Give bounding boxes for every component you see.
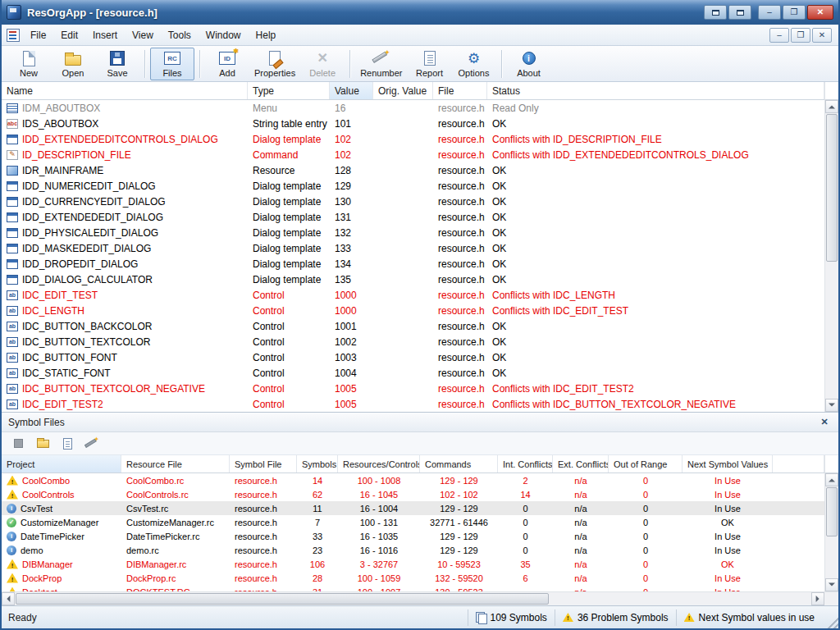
mdi-minimize-button[interactable]: –	[769, 28, 789, 43]
rc-files-icon: RC	[162, 49, 182, 67]
scroll-down-button[interactable]	[825, 578, 838, 591]
warning-icon	[7, 476, 18, 486]
new-button[interactable]: New	[7, 48, 51, 80]
symbol-row[interactable]: IDC_EDIT_TEST2Control1005resource.hConfl…	[2, 396, 824, 412]
window-pin-button[interactable]	[728, 5, 751, 20]
symbol-row[interactable]: IDS_ABOUTBOXString table entry101resourc…	[2, 116, 824, 131]
symbol-row[interactable]: IDC_BUTTON_TEXTCOLOR_NEGATIVEControl1005…	[2, 381, 824, 396]
renumber-button[interactable]: Renumber	[355, 48, 407, 80]
symbol-row[interactable]: IDC_EDIT_TESTControl1000resource.hConfli…	[2, 287, 824, 303]
project-row[interactable]: DateTimePickerDateTimePicker.rcresource.…	[2, 529, 824, 543]
column-header-file[interactable]: File	[433, 82, 487, 99]
panel-close-button[interactable]: ✕	[817, 416, 832, 429]
maximize-button[interactable]: ❐	[783, 5, 806, 20]
menu-view[interactable]: View	[125, 26, 161, 44]
symbol-files-vertical-scrollbar[interactable]	[824, 455, 838, 591]
symbol-row[interactable]: IDC_BUTTON_BACKCOLORControl1001resource.…	[2, 318, 824, 334]
column-header-symbols[interactable]: Symbols	[297, 455, 338, 472]
minimize-button[interactable]: –	[758, 5, 781, 20]
column-header-next-symbol-values[interactable]: Next Symbol Values	[682, 455, 773, 472]
symbol-row[interactable]: IDR_MAINFRAMEResource128resource.hOK	[2, 162, 824, 178]
files-button[interactable]: RC Files	[150, 48, 194, 80]
column-header-orig-value[interactable]: Orig. Value	[373, 82, 433, 99]
scroll-right-button[interactable]	[811, 592, 824, 605]
properties-button[interactable]: Properties	[249, 48, 300, 80]
close-button[interactable]: ✕	[807, 5, 833, 20]
resource-file-cell: demo.rc	[121, 546, 230, 555]
panel-open-button[interactable]	[34, 436, 51, 452]
project-row[interactable]: DockPropDockProp.rcresource.h28100 - 105…	[2, 571, 824, 585]
symbol-row[interactable]: IDD_EXTENDEDEDITCONTROLS_DIALOGDialog te…	[2, 131, 824, 147]
mdi-restore-button[interactable]: ❐	[791, 28, 810, 43]
document-icon[interactable]	[7, 29, 20, 42]
project-row[interactable]: DocktestDOCKTEST.RCresource.h31100 - 100…	[2, 585, 824, 591]
symbol-row[interactable]: IDD_CURRENCYEDIT_DIALOGDialog template13…	[2, 194, 824, 209]
add-button[interactable]: ID Add	[205, 48, 249, 80]
scroll-left-button[interactable]	[2, 592, 15, 605]
scroll-up-button[interactable]	[825, 100, 838, 113]
symbol-files-caption[interactable]: Symbol Files ✕	[2, 413, 838, 432]
scroll-thumb[interactable]	[826, 487, 838, 536]
report-button[interactable]: Report	[408, 48, 452, 80]
column-header-int-conflicts[interactable]: Int. Conflicts	[498, 455, 553, 472]
panel-tools-button[interactable]	[84, 436, 100, 452]
project-row[interactable]: CustomizeManagerCustomizeManager.rcresou…	[2, 515, 824, 529]
column-header-resource-file[interactable]: Resource File	[121, 455, 230, 472]
symbol-row[interactable]: IDM_ABOUTBOXMenu16resource.hRead Only	[2, 100, 824, 116]
column-header-ext-conflicts[interactable]: Ext. Conflicts	[553, 455, 609, 472]
column-header-type[interactable]: Type	[248, 82, 330, 99]
column-header-name[interactable]: Name	[2, 82, 248, 99]
project-row[interactable]: demodemo.rcresource.h2316 - 1016129 - 12…	[2, 543, 824, 557]
symbol-name-cell: IDD_DROPEDIT_DIALOG	[2, 258, 248, 270]
column-header-commands[interactable]: Commands	[420, 455, 498, 472]
menu-window[interactable]: Window	[199, 26, 249, 44]
symbol-value-cell: 1005	[330, 383, 373, 395]
scroll-thumb[interactable]	[16, 593, 549, 605]
menu-insert[interactable]: Insert	[85, 26, 125, 44]
scroll-thumb[interactable]	[826, 114, 838, 262]
menu-file[interactable]: File	[23, 26, 53, 44]
column-header-out-of-range[interactable]: Out of Range	[609, 455, 682, 472]
project-row[interactable]: CsvTestCsvTest.rcresource.h1116 - 100412…	[2, 501, 824, 515]
open-button[interactable]: Open	[51, 48, 95, 80]
menu-edit[interactable]: Edit	[53, 26, 85, 44]
column-header-value[interactable]: Value	[330, 82, 373, 99]
symbol-row[interactable]: IDC_LENGTHControl1000resource.hConflicts…	[2, 303, 824, 318]
project-cell: demo	[2, 546, 121, 555]
column-header-resources-controls[interactable]: Resources/Controls	[338, 455, 420, 472]
symbol-value-cell-text: 1002	[335, 336, 357, 348]
mdi-close-button[interactable]: ✕	[812, 28, 832, 43]
project-row[interactable]: CoolComboCoolCombo.rcresource.h14100 - 1…	[2, 473, 824, 487]
project-row[interactable]: DIBManagerDIBManager.rcresource.h1063 - …	[2, 557, 824, 571]
symbol-row[interactable]: IDC_BUTTON_FONTControl1003resource.hOK	[2, 349, 824, 365]
save-button[interactable]: Save	[95, 48, 139, 80]
symbols-vertical-scrollbar[interactable]	[824, 82, 838, 412]
symbol-row[interactable]: IDD_PHYSICALEDIT_DIALOGDialog template13…	[2, 225, 824, 240]
options-button[interactable]: ⚙ Options	[452, 48, 496, 80]
about-button[interactable]: i About	[507, 48, 551, 80]
symbol-row[interactable]: IDD_DIALOG_CALCULATORDialog template135r…	[2, 272, 824, 287]
symbol-row[interactable]: IDD_MASKEDEDIT_DIALOGDialog template133r…	[2, 240, 824, 256]
project-cell: CsvTest	[2, 504, 121, 514]
symbol-files-horizontal-scrollbar[interactable]	[2, 591, 838, 605]
scroll-down-button[interactable]	[825, 399, 838, 412]
menu-tools[interactable]: Tools	[161, 26, 199, 44]
menu-help[interactable]: Help	[249, 26, 284, 44]
panel-report-button[interactable]	[59, 436, 75, 452]
warning-icon	[7, 490, 18, 500]
symbol-row[interactable]: IDC_BUTTON_TEXTCOLORControl1002resource.…	[2, 334, 824, 349]
symbol-row[interactable]: IDD_DROPEDIT_DIALOGDialog template134res…	[2, 256, 824, 272]
column-header-symbol-file[interactable]: Symbol File	[230, 455, 297, 472]
symbol-row[interactable]: IDD_EXTENDEDEDIT_DIALOGDialog template13…	[2, 209, 824, 225]
symbol-row[interactable]: IDC_STATIC_FONTControl1004resource.hOK	[2, 365, 824, 381]
panel-stop-button[interactable]	[10, 436, 26, 452]
window-popout-button[interactable]	[704, 5, 727, 20]
project-row[interactable]: CoolControlsCoolControls.rcresource.h621…	[2, 487, 824, 501]
scroll-up-button[interactable]	[825, 473, 838, 486]
symbol-row[interactable]: ID_DESCRIPTION_FILECommand102resource.hC…	[2, 147, 824, 162]
column-header-status[interactable]: Status	[487, 82, 824, 99]
column-header-project[interactable]: Project	[2, 455, 121, 472]
symbol-row[interactable]: IDD_NUMERICEDIT_DIALOGDialog template129…	[2, 178, 824, 194]
title-bar[interactable]: ResOrgApp - [resource.h] – ❐ ✕	[2, 0, 838, 25]
resize-grip[interactable]	[825, 615, 838, 628]
